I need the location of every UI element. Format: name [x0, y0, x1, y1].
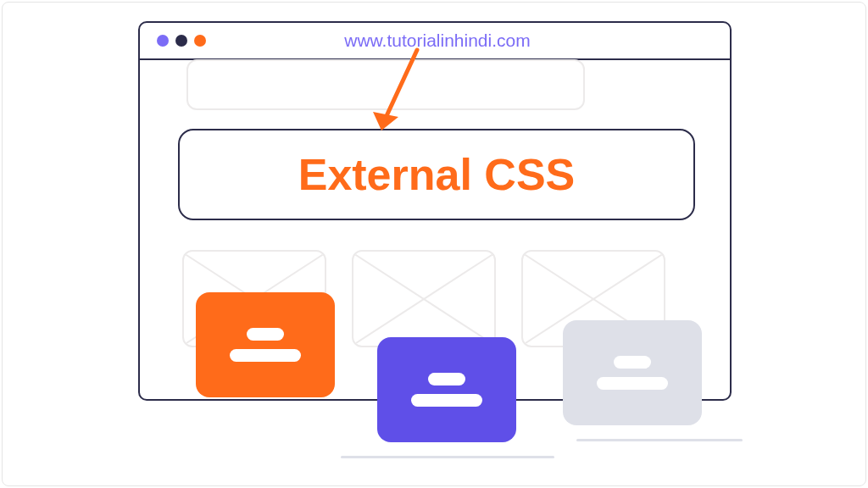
card-bar-icon	[597, 377, 668, 390]
card-bar-icon	[230, 349, 301, 362]
wireframe-placeholder	[352, 250, 496, 347]
page-title: External CSS	[298, 149, 576, 200]
browser-url: www.tutorialinhindi.com	[213, 30, 662, 51]
card-shadow	[341, 456, 554, 458]
card-gray	[563, 320, 702, 425]
browser-header: www.tutorialinhindi.com	[140, 23, 730, 60]
card-orange	[196, 292, 335, 397]
card-purple	[377, 337, 516, 442]
card-bar-icon	[428, 373, 465, 385]
card-bar-icon	[411, 394, 482, 407]
card-bar-icon	[247, 328, 284, 341]
card-shadow	[576, 439, 743, 441]
external-css-container: External CSS	[178, 129, 695, 220]
wireframe-placeholder	[186, 59, 585, 110]
traffic-light-icon	[194, 35, 206, 47]
card-bar-icon	[614, 356, 651, 369]
traffic-light-icon	[157, 35, 169, 47]
traffic-light-icon	[175, 35, 187, 47]
